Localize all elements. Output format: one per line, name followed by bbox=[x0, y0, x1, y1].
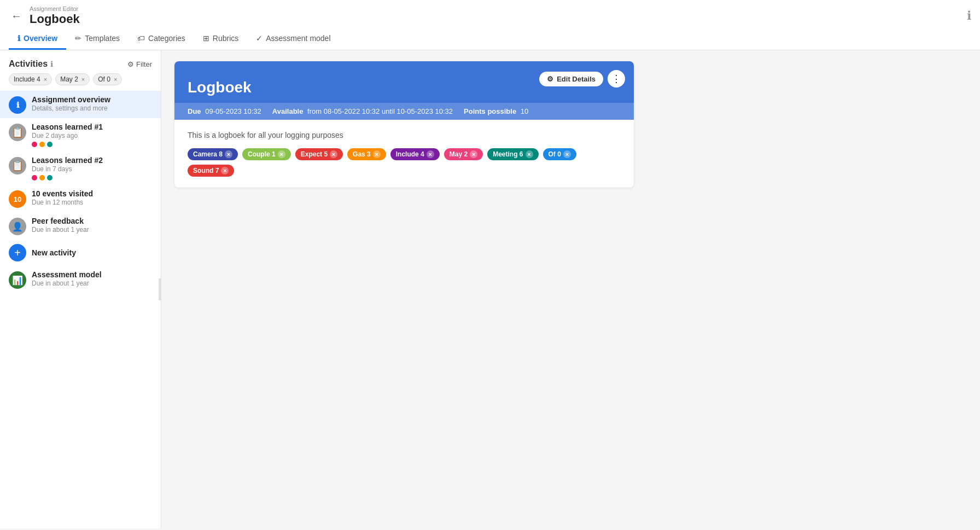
chip-include[interactable]: Include 4 × bbox=[9, 73, 52, 85]
tag-ofzero-label: Of 0 bbox=[549, 150, 561, 158]
tab-categories[interactable]: 🏷 Categories bbox=[129, 28, 194, 50]
sidebar-item-assignment-overview[interactable]: ℹ Assignment overview Details, settings … bbox=[0, 91, 161, 118]
activity-icon-events: 10 bbox=[9, 190, 26, 208]
tab-templates-label: Templates bbox=[85, 34, 120, 43]
tag-couple-label: Couple 1 bbox=[248, 150, 276, 158]
chip-may-close[interactable]: × bbox=[81, 76, 85, 83]
tag-meeting-close[interactable]: × bbox=[526, 150, 533, 158]
chip-of0-label: Of 0 bbox=[98, 75, 110, 83]
activities-info-icon[interactable]: ℹ bbox=[50, 60, 53, 68]
activity-icon-assessment: 📊 bbox=[9, 271, 26, 289]
tag-camera[interactable]: Camera 8 × bbox=[188, 148, 238, 160]
card-header: ⚙ Edit Details ⋮ Logboek Due 09-05-2023 … bbox=[174, 61, 634, 120]
main-layout: Activities ℹ ⚙ Filter Include 4 × May 2 … bbox=[0, 50, 980, 528]
edit-details-button[interactable]: ⚙ Edit Details bbox=[539, 72, 603, 86]
dot-teal bbox=[47, 142, 52, 147]
filter-label: Filter bbox=[136, 60, 152, 68]
tag-sound-close[interactable]: × bbox=[221, 167, 229, 174]
activity-sub-leasons1: Due 2 days ago bbox=[32, 132, 152, 139]
tag-include-label: Include 4 bbox=[396, 150, 424, 158]
header: ← Assignment Editor Logboek ℹ ℹ Overview… bbox=[0, 0, 980, 50]
tag-gas-close[interactable]: × bbox=[373, 150, 381, 158]
activity-info-assessment: Assessment model Due in about 1 year bbox=[32, 270, 152, 287]
more-options-button[interactable]: ⋮ bbox=[608, 70, 625, 88]
tag-meeting[interactable]: Meeting 6 × bbox=[487, 148, 538, 160]
tag-include[interactable]: Include 4 × bbox=[390, 148, 440, 160]
activity-icon-leasons1: 📋 bbox=[9, 124, 26, 141]
more-icon: ⋮ bbox=[611, 73, 621, 85]
filter-button[interactable]: ⚙ Filter bbox=[127, 60, 152, 68]
chip-may[interactable]: May 2 × bbox=[55, 73, 90, 85]
tags-row: Camera 8 × Couple 1 × Expect 5 × Gas 3 × bbox=[188, 148, 621, 177]
activity-icon-peer: 👤 bbox=[9, 218, 26, 235]
tag-may-close[interactable]: × bbox=[470, 150, 477, 158]
activity-name-assessment: Assessment model bbox=[32, 270, 152, 279]
activity-name-leasons1: Leasons learned #1 bbox=[32, 123, 152, 131]
activity-name-peer: Peer feedback bbox=[32, 217, 152, 225]
activity-icon-overview: ℹ bbox=[9, 96, 26, 114]
activity-name-overview: Assignment overview bbox=[32, 95, 152, 104]
tag-sound-label: Sound 7 bbox=[193, 167, 219, 174]
activity-sub-overview: Details, settings and more bbox=[32, 104, 152, 112]
sidebar-item-leasons-1[interactable]: 📋 Leasons learned #1 Due 2 days ago bbox=[0, 118, 161, 152]
sidebar-item-peer-feedback[interactable]: 👤 Peer feedback Due in about 1 year bbox=[0, 212, 161, 240]
chip-include-label: Include 4 bbox=[14, 75, 40, 83]
due-value: 09-05-2023 10:32 bbox=[205, 107, 261, 115]
sidebar-item-leasons-2[interactable]: 📋 Leasons learned #2 Due in 7 days bbox=[0, 152, 161, 185]
tab-assessment[interactable]: ✓ Assessment model bbox=[247, 28, 339, 50]
tab-templates[interactable]: ✏ Templates bbox=[66, 28, 129, 50]
chip-of0-close[interactable]: × bbox=[114, 76, 117, 83]
header-title-group: Assignment Editor Logboek bbox=[30, 5, 80, 26]
card-header-actions: ⚙ Edit Details ⋮ bbox=[539, 70, 625, 88]
tab-overview[interactable]: ℹ Overview bbox=[9, 28, 66, 50]
dot-teal2 bbox=[47, 175, 52, 180]
tag-include-close[interactable]: × bbox=[427, 150, 434, 158]
back-button[interactable]: ← bbox=[9, 8, 24, 25]
assignment-card: ⚙ Edit Details ⋮ Logboek Due 09-05-2023 … bbox=[174, 61, 634, 188]
dot-pink bbox=[32, 142, 37, 147]
available-label: Available bbox=[272, 107, 304, 115]
tag-expect-close[interactable]: × bbox=[330, 150, 337, 158]
dot-pink2 bbox=[32, 175, 37, 180]
tag-ofzero[interactable]: Of 0 × bbox=[543, 148, 576, 160]
activity-info-peer: Peer feedback Due in about 1 year bbox=[32, 217, 152, 234]
activity-name-events: 10 events visited bbox=[32, 189, 152, 198]
tag-camera-close[interactable]: × bbox=[225, 150, 232, 158]
header-subtitle: Assignment Editor bbox=[30, 5, 80, 12]
sidebar-item-events[interactable]: 10 10 events visited Due in 12 months bbox=[0, 185, 161, 212]
tag-ofzero-close[interactable]: × bbox=[563, 150, 571, 158]
card-description: This is a logboek for all your logging p… bbox=[188, 131, 621, 139]
activity-info-leasons2: Leasons learned #2 Due in 7 days bbox=[32, 156, 152, 180]
chip-include-close[interactable]: × bbox=[44, 76, 47, 83]
tag-camera-label: Camera 8 bbox=[193, 150, 223, 158]
tag-may[interactable]: May 2 × bbox=[444, 148, 483, 160]
new-activity-label: New activity bbox=[32, 248, 76, 257]
tag-couple-close[interactable]: × bbox=[278, 150, 285, 158]
overview-icon: ℹ bbox=[18, 34, 20, 43]
templates-icon: ✏ bbox=[75, 34, 81, 43]
sidebar-item-assessment-model[interactable]: 📊 Assessment model Due in about 1 year bbox=[0, 266, 161, 293]
tab-assessment-label: Assessment model bbox=[266, 34, 330, 43]
tab-rubrics-label: Rubrics bbox=[213, 34, 238, 43]
edit-details-label: Edit Details bbox=[557, 75, 596, 83]
tag-gas[interactable]: Gas 3 × bbox=[347, 148, 386, 160]
dot-orange2 bbox=[39, 175, 45, 180]
tab-categories-label: Categories bbox=[148, 34, 185, 43]
tag-couple[interactable]: Couple 1 × bbox=[242, 148, 291, 160]
tab-rubrics[interactable]: ⊞ Rubrics bbox=[194, 28, 247, 50]
new-activity-button[interactable]: + New activity bbox=[0, 240, 161, 266]
chip-of0[interactable]: Of 0 × bbox=[93, 73, 122, 85]
tag-sound[interactable]: Sound 7 × bbox=[188, 165, 234, 177]
sidebar-header: Activities ℹ ⚙ Filter bbox=[0, 57, 161, 73]
activity-sub-leasons2: Due in 7 days bbox=[32, 165, 152, 173]
tag-may-label: May 2 bbox=[450, 150, 468, 158]
info-icon[interactable]: ℹ bbox=[967, 9, 971, 23]
dot-orange bbox=[39, 142, 45, 147]
tag-expect[interactable]: Expect 5 × bbox=[295, 148, 343, 160]
due-label: Due bbox=[188, 107, 201, 115]
activity-sub-events: Due in 12 months bbox=[32, 199, 152, 206]
activity-info-events: 10 events visited Due in 12 months bbox=[32, 189, 152, 206]
card-body: This is a logboek for all your logging p… bbox=[174, 120, 634, 188]
categories-icon: 🏷 bbox=[137, 34, 145, 43]
activity-name-leasons2: Leasons learned #2 bbox=[32, 156, 152, 165]
